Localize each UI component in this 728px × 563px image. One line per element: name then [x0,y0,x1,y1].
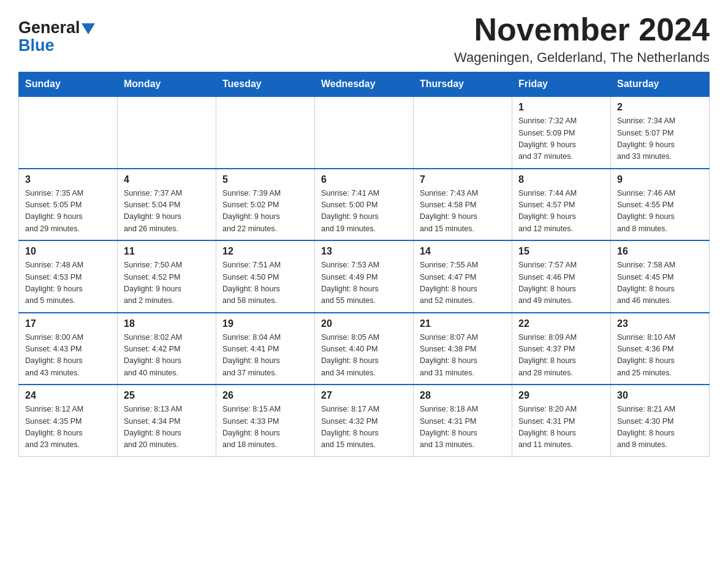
calendar-cell: 25Sunrise: 8:13 AM Sunset: 4:34 PM Dayli… [118,385,216,456]
calendar-cell: 15Sunrise: 7:57 AM Sunset: 4:46 PM Dayli… [512,240,611,313]
day-number: 23 [617,318,703,329]
day-number: 2 [617,102,703,113]
day-info: Sunrise: 7:46 AM Sunset: 4:55 PM Dayligh… [617,188,703,236]
day-number: 6 [321,174,407,185]
day-info: Sunrise: 8:07 AM Sunset: 4:38 PM Dayligh… [420,332,506,380]
calendar-cell: 16Sunrise: 7:58 AM Sunset: 4:45 PM Dayli… [611,240,710,313]
logo-blue-text: Blue [18,36,55,55]
logo: General Blue [18,18,95,55]
day-number: 10 [25,246,111,257]
weekday-header-thursday: Thursday [414,72,512,97]
calendar-week-0: 1Sunrise: 7:32 AM Sunset: 5:09 PM Daylig… [19,96,710,169]
day-number: 14 [420,246,506,257]
day-number: 5 [222,174,308,185]
calendar-week-4: 24Sunrise: 8:12 AM Sunset: 4:35 PM Dayli… [19,385,710,456]
page-header: General Blue November 2024 Wageningen, G… [18,12,710,66]
calendar-cell [216,96,315,169]
day-number: 17 [25,318,111,329]
day-number: 26 [222,390,308,401]
calendar-cell: 19Sunrise: 8:04 AM Sunset: 4:41 PM Dayli… [216,313,315,385]
day-info: Sunrise: 8:05 AM Sunset: 4:40 PM Dayligh… [321,332,407,380]
day-number: 18 [124,318,210,329]
day-number: 8 [518,174,604,185]
calendar-week-1: 3Sunrise: 7:35 AM Sunset: 5:05 PM Daylig… [19,169,710,241]
day-info: Sunrise: 8:21 AM Sunset: 4:30 PM Dayligh… [617,404,703,451]
day-number: 20 [321,318,407,329]
day-number: 11 [124,246,210,257]
day-info: Sunrise: 7:43 AM Sunset: 4:58 PM Dayligh… [420,188,506,236]
calendar-cell: 23Sunrise: 8:10 AM Sunset: 4:36 PM Dayli… [611,313,710,385]
calendar-cell: 14Sunrise: 7:55 AM Sunset: 4:47 PM Dayli… [414,240,512,313]
logo-general-text: General [18,18,80,37]
day-info: Sunrise: 8:13 AM Sunset: 4:34 PM Dayligh… [124,404,210,451]
day-number: 29 [518,390,604,401]
svg-marker-0 [82,23,95,34]
day-info: Sunrise: 7:41 AM Sunset: 5:00 PM Dayligh… [321,188,407,236]
day-info: Sunrise: 7:34 AM Sunset: 5:07 PM Dayligh… [617,115,703,163]
day-info: Sunrise: 7:37 AM Sunset: 5:04 PM Dayligh… [124,188,210,236]
calendar-cell: 11Sunrise: 7:50 AM Sunset: 4:52 PM Dayli… [118,240,216,313]
calendar-header-row: SundayMondayTuesdayWednesdayThursdayFrid… [19,72,710,97]
day-number: 27 [321,390,407,401]
calendar-cell: 26Sunrise: 8:15 AM Sunset: 4:33 PM Dayli… [216,385,315,456]
calendar-title: November 2024 [454,12,710,47]
day-number: 1 [518,102,604,113]
logo-triangle-icon [82,23,95,34]
calendar-week-2: 10Sunrise: 7:48 AM Sunset: 4:53 PM Dayli… [19,240,710,313]
day-info: Sunrise: 8:17 AM Sunset: 4:32 PM Dayligh… [321,404,407,451]
day-number: 4 [124,174,210,185]
calendar-cell: 9Sunrise: 7:46 AM Sunset: 4:55 PM Daylig… [611,169,710,241]
calendar-cell [19,96,118,169]
day-info: Sunrise: 8:09 AM Sunset: 4:37 PM Dayligh… [518,332,604,380]
calendar-cell: 27Sunrise: 8:17 AM Sunset: 4:32 PM Dayli… [315,385,414,456]
day-info: Sunrise: 8:12 AM Sunset: 4:35 PM Dayligh… [25,404,111,451]
calendar-table: SundayMondayTuesdayWednesdayThursdayFrid… [18,72,710,457]
day-info: Sunrise: 7:55 AM Sunset: 4:47 PM Dayligh… [420,259,506,307]
calendar-subtitle: Wageningen, Gelderland, The Netherlands [454,50,710,66]
day-info: Sunrise: 8:10 AM Sunset: 4:36 PM Dayligh… [617,332,703,380]
day-info: Sunrise: 8:02 AM Sunset: 4:42 PM Dayligh… [124,332,210,380]
weekday-header-saturday: Saturday [611,72,710,97]
calendar-cell: 8Sunrise: 7:44 AM Sunset: 4:57 PM Daylig… [512,169,611,241]
calendar-cell: 17Sunrise: 8:00 AM Sunset: 4:43 PM Dayli… [19,313,118,385]
weekday-header-wednesday: Wednesday [315,72,414,97]
day-number: 22 [518,318,604,329]
weekday-header-sunday: Sunday [19,72,118,97]
calendar-cell: 29Sunrise: 8:20 AM Sunset: 4:31 PM Dayli… [512,385,611,456]
calendar-week-3: 17Sunrise: 8:00 AM Sunset: 4:43 PM Dayli… [19,313,710,385]
day-info: Sunrise: 7:57 AM Sunset: 4:46 PM Dayligh… [518,259,604,307]
calendar-cell: 5Sunrise: 7:39 AM Sunset: 5:02 PM Daylig… [216,169,315,241]
calendar-cell [414,96,512,169]
calendar-cell: 7Sunrise: 7:43 AM Sunset: 4:58 PM Daylig… [414,169,512,241]
calendar-cell: 28Sunrise: 8:18 AM Sunset: 4:31 PM Dayli… [414,385,512,456]
calendar-cell: 2Sunrise: 7:34 AM Sunset: 5:07 PM Daylig… [611,96,710,169]
calendar-cell: 6Sunrise: 7:41 AM Sunset: 5:00 PM Daylig… [315,169,414,241]
day-number: 16 [617,246,703,257]
day-number: 24 [25,390,111,401]
calendar-cell: 3Sunrise: 7:35 AM Sunset: 5:05 PM Daylig… [19,169,118,241]
day-info: Sunrise: 7:53 AM Sunset: 4:49 PM Dayligh… [321,259,407,307]
calendar-cell: 30Sunrise: 8:21 AM Sunset: 4:30 PM Dayli… [611,385,710,456]
day-number: 21 [420,318,506,329]
day-info: Sunrise: 8:04 AM Sunset: 4:41 PM Dayligh… [222,332,308,380]
day-number: 7 [420,174,506,185]
day-number: 25 [124,390,210,401]
calendar-cell: 12Sunrise: 7:51 AM Sunset: 4:50 PM Dayli… [216,240,315,313]
calendar-cell: 1Sunrise: 7:32 AM Sunset: 5:09 PM Daylig… [512,96,611,169]
calendar-cell: 4Sunrise: 7:37 AM Sunset: 5:04 PM Daylig… [118,169,216,241]
day-info: Sunrise: 8:00 AM Sunset: 4:43 PM Dayligh… [25,332,111,380]
calendar-cell [118,96,216,169]
title-section: November 2024 Wageningen, Gelderland, Th… [454,12,710,66]
day-info: Sunrise: 8:18 AM Sunset: 4:31 PM Dayligh… [420,404,506,451]
day-info: Sunrise: 8:20 AM Sunset: 4:31 PM Dayligh… [518,404,604,451]
day-number: 19 [222,318,308,329]
day-number: 30 [617,390,703,401]
day-info: Sunrise: 7:48 AM Sunset: 4:53 PM Dayligh… [25,259,111,307]
day-number: 3 [25,174,111,185]
day-info: Sunrise: 7:58 AM Sunset: 4:45 PM Dayligh… [617,259,703,307]
calendar-cell: 10Sunrise: 7:48 AM Sunset: 4:53 PM Dayli… [19,240,118,313]
weekday-header-monday: Monday [118,72,216,97]
calendar-cell: 13Sunrise: 7:53 AM Sunset: 4:49 PM Dayli… [315,240,414,313]
calendar-cell: 21Sunrise: 8:07 AM Sunset: 4:38 PM Dayli… [414,313,512,385]
weekday-header-friday: Friday [512,72,611,97]
